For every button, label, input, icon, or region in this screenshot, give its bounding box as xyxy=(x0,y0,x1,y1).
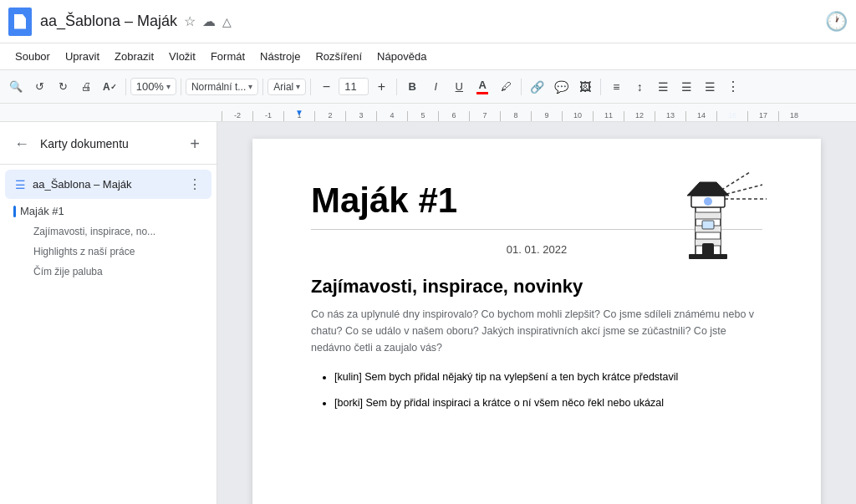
outline-item-zajimavosti[interactable]: Zajímavosti, inspirace, no... xyxy=(7,221,217,242)
doc-card-name: aa_Šablona – Maják xyxy=(33,178,188,191)
svg-marker-15 xyxy=(687,182,729,196)
search-button[interactable]: 🔍 xyxy=(5,77,27,96)
menu-napoveda[interactable]: Nápověda xyxy=(370,47,433,66)
history-icon[interactable]: 🕐 xyxy=(825,11,848,33)
cloud-icon: ☁ xyxy=(202,13,216,29)
svg-point-14 xyxy=(704,197,712,206)
ruler: -2 -1 ▼ 1 2 3 4 5 6 7 8 9 10 11 12 13 14… xyxy=(0,104,856,122)
document-title[interactable]: aa_Šablona – Maják xyxy=(40,13,177,30)
font-arrow: ▾ xyxy=(296,82,300,91)
outline-item-cim[interactable]: Čím žije paluba xyxy=(7,262,217,282)
undo-button[interactable]: ↺ xyxy=(28,77,50,96)
back-button[interactable]: ← xyxy=(10,132,33,155)
outline-item-majak1[interactable]: Maják #1 xyxy=(7,201,217,221)
ruler-mark: 16 xyxy=(716,111,747,121)
menu-format[interactable]: Formát xyxy=(204,47,252,66)
doc-card-menu[interactable]: ⋮ xyxy=(188,176,201,192)
menu-zobrazit[interactable]: Zobrazit xyxy=(108,47,160,66)
font-size-input[interactable]: 11 xyxy=(339,78,369,95)
ruler-mark: 12 xyxy=(624,111,655,121)
ruler-mark: 7 xyxy=(469,111,500,121)
document-area[interactable]: Maják #1 01. 01. 2022 Zajímavosti, inspi… xyxy=(217,122,856,504)
outline-items: Maják #1 Zajímavosti, inspirace, no... H… xyxy=(0,201,217,282)
document-page: Maják #1 01. 01. 2022 Zajímavosti, inspi… xyxy=(252,139,821,504)
ruler-mark: ▼ 1 xyxy=(283,111,314,121)
bold-button[interactable]: B xyxy=(401,77,423,96)
separator-3 xyxy=(262,79,263,95)
ruler-mark: 18 xyxy=(778,111,809,121)
separator-4 xyxy=(310,79,311,95)
style-select[interactable]: Normální t... ▾ xyxy=(186,79,258,95)
sidebar: ← Karty dokumentu + ☰ aa_Šablona – Maják… xyxy=(0,122,217,504)
title-bar: aa_Šablona – Maják ☆ ☁ △ 🕐 xyxy=(0,0,856,43)
ruler-mark: 3 xyxy=(345,111,376,121)
font-size-increase[interactable]: + xyxy=(370,76,392,98)
menu-soubor[interactable]: Soubor xyxy=(8,47,57,66)
bullet-item-1: [kulin] Sem bych přidal nějaký tip na vy… xyxy=(334,369,762,385)
link-button[interactable]: 🔗 xyxy=(526,77,548,97)
font-size-decrease[interactable]: − xyxy=(315,76,337,98)
spellcheck-button[interactable]: A✓ xyxy=(99,78,121,96)
ruler-mark: 5 xyxy=(407,111,438,121)
section1-body: Co nás za uplynulé dny inspirovalo? Co b… xyxy=(311,306,762,356)
list-button-1[interactable]: ☰ xyxy=(652,77,674,97)
italic-button[interactable]: I xyxy=(425,77,446,96)
zoom-arrow: ▾ xyxy=(166,82,171,91)
menu-upravit[interactable]: Upravit xyxy=(59,47,106,66)
ruler-mark: 17 xyxy=(747,111,778,121)
ruler-mark: 14 xyxy=(685,111,716,121)
line-spacing-button[interactable]: ↕ xyxy=(629,77,650,97)
bullet-item-2: [borki] Sem by přidal inspiraci a krátce… xyxy=(334,395,762,411)
style-arrow: ▾ xyxy=(248,82,252,91)
zoom-select[interactable]: 100% ▾ xyxy=(130,78,176,95)
outline-item-highlights[interactable]: Highlights z naší práce xyxy=(7,242,217,262)
google-docs-icon xyxy=(8,8,32,36)
ruler-mark: 2 xyxy=(314,111,345,121)
svg-rect-18 xyxy=(702,221,714,229)
sidebar-items: ☰ aa_Šablona – Maják ⋮ Maják #1 Zajímavo… xyxy=(0,165,217,287)
svg-rect-4 xyxy=(696,212,721,219)
font-select[interactable]: Arial ▾ xyxy=(268,79,306,95)
separator-2 xyxy=(181,79,181,95)
separator-6 xyxy=(521,79,522,95)
comment-button[interactable]: 💬 xyxy=(550,77,573,97)
main-layout: ← Karty dokumentu + ☰ aa_Šablona – Maják… xyxy=(0,122,856,504)
menu-bar: Soubor Upravit Zobrazit Vložit Formát Ná… xyxy=(0,43,856,70)
toolbar: 🔍 ↺ ↻ 🖨 A✓ 100% ▾ Normální t... ▾ Arial … xyxy=(0,70,856,104)
add-card-button[interactable]: + xyxy=(183,132,206,155)
separator-1 xyxy=(125,79,126,95)
ruler-mark: 6 xyxy=(438,111,469,121)
section1-bullets: [kulin] Sem bych přidal nějaký tip na vy… xyxy=(311,369,762,411)
section1-title: Zajímavosti, inspirace, novinky xyxy=(311,276,762,298)
ruler-mark: 8 xyxy=(500,111,531,121)
ruler-mark: -2 xyxy=(222,111,252,121)
print-button[interactable]: 🖨 xyxy=(75,77,97,96)
doc-card-item[interactable]: ☰ aa_Šablona – Maják ⋮ xyxy=(5,170,211,199)
align-button[interactable]: ≡ xyxy=(605,77,627,97)
text-color-button[interactable]: A xyxy=(471,75,493,98)
star-icon[interactable]: ☆ xyxy=(184,13,196,29)
svg-rect-17 xyxy=(702,243,714,256)
more-button[interactable]: ⋮ xyxy=(722,75,744,98)
separator-5 xyxy=(396,79,397,95)
ruler-mark: 11 xyxy=(593,111,624,121)
ruler-mark: 4 xyxy=(376,111,407,121)
ruler-mark: 13 xyxy=(655,111,685,121)
separator-7 xyxy=(600,79,601,95)
sidebar-header: ← Karty dokumentu + xyxy=(0,122,217,165)
menu-nastroje[interactable]: Nástroje xyxy=(253,47,307,66)
title-info: aa_Šablona – Maják ☆ ☁ △ xyxy=(40,13,232,30)
underline-button[interactable]: U xyxy=(448,77,470,96)
redo-button[interactable]: ↻ xyxy=(52,77,74,96)
menu-rozsireni[interactable]: Rozšíření xyxy=(308,47,369,66)
ruler-mark: 9 xyxy=(531,111,562,121)
list-button-3[interactable]: ☰ xyxy=(699,77,721,97)
doc-card-icon: ☰ xyxy=(15,178,26,191)
sidebar-title: Karty dokumentu xyxy=(40,137,183,150)
ruler-mark: -1 xyxy=(252,111,283,121)
highlight-button[interactable]: 🖊 xyxy=(495,77,517,96)
image-button[interactable]: 🖼 xyxy=(574,77,596,97)
list-button-2[interactable]: ☰ xyxy=(675,77,697,97)
menu-vlozit[interactable]: Vložit xyxy=(162,47,202,66)
lighthouse-illustration xyxy=(670,164,779,264)
